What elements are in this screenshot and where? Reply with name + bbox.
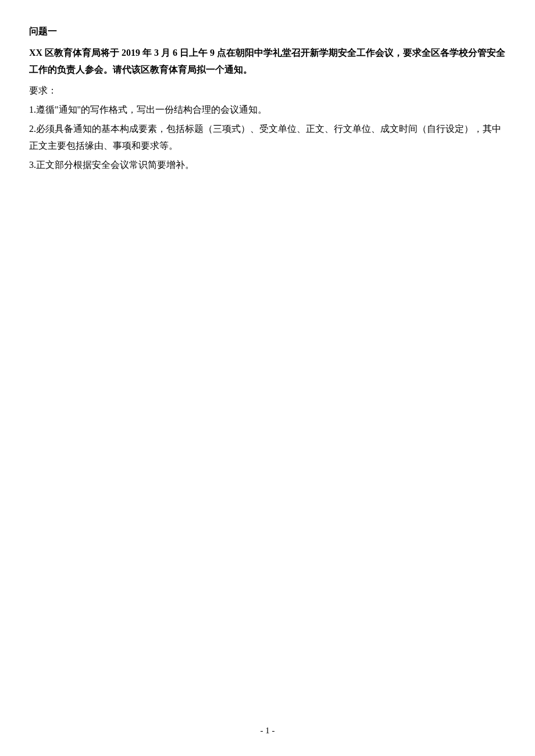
- requirement-item: 3.正文部分根据安全会议常识简要增补。: [29, 157, 506, 174]
- page-number: - 1 -: [261, 723, 275, 739]
- question-label: 问题一: [29, 23, 506, 40]
- question-prompt: XX 区教育体育局将于 2019 年 3 月 6 日上午 9 点在朝阳中学礼堂召…: [29, 45, 506, 78]
- requirement-item: 1.遵循"通知"的写作格式，写出一份结构合理的会议通知。: [29, 102, 506, 119]
- requirements-label: 要求：: [29, 83, 506, 99]
- requirement-item: 2.必须具备通知的基本构成要素，包括标题（三项式）、受文单位、正文、行文单位、成…: [29, 121, 506, 155]
